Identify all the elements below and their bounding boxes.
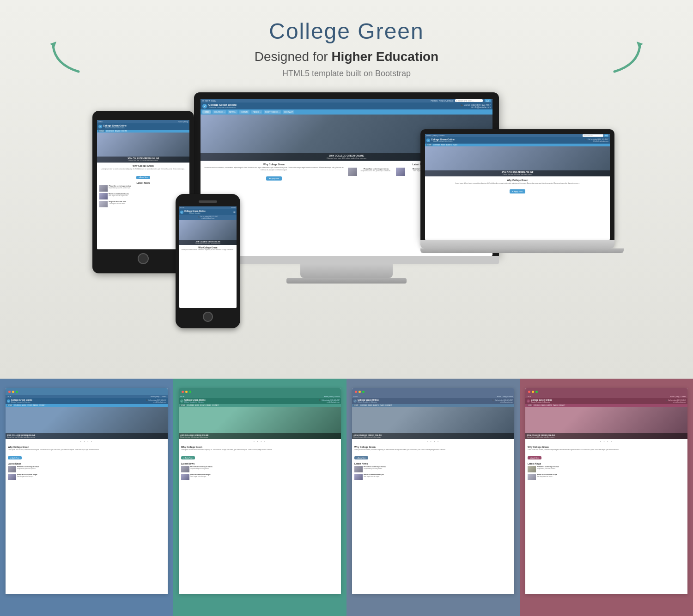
browser-bar-blue: [6, 388, 168, 395]
dot-red-teal: [182, 391, 184, 393]
dot-red-slate: [355, 391, 357, 393]
site-top-bar: ✉ f in ✈ RSS Home | Help | Contact Searc…: [201, 99, 492, 103]
browser-bar-rose: [525, 388, 687, 395]
page-subtitle: Designed for Higher Education: [0, 49, 693, 64]
dot-green-slate: [362, 391, 365, 393]
color-panel-slate: f in ✈ Home | Help | Contact ✓ College G…: [346, 379, 520, 616]
laptop-base: [420, 248, 624, 253]
dot-red-blue: [8, 391, 11, 393]
browser-bar-teal: [179, 388, 341, 395]
panel-site-teal: f in ✈ Home | Help | Contact ✓ College G…: [179, 395, 341, 594]
tablet-home-btn: [138, 253, 149, 264]
laptop-screen: Home | Help | Contact Search the site...…: [425, 134, 610, 240]
arrow-right-icon: [605, 37, 647, 79]
color-panel-blue: f in ✈ Home | Help | Contact ✓ College G…: [0, 379, 173, 616]
color-panel-rose: f in ✈ Home | Help | Contact ✓ College G…: [520, 379, 693, 616]
panel-site-blue: f in ✈ Home | Help | Contact ✓ College G…: [6, 395, 168, 594]
dot-green-blue: [16, 391, 18, 393]
dot-red-rose: [528, 391, 530, 393]
color-panel-teal: f in ✈ Home | Help | Contact ✓ College G…: [173, 379, 346, 616]
panel-site-rose: f in ✈ Home | Help | Contact ✓ College G…: [525, 395, 687, 594]
dot-yellow-slate: [359, 391, 361, 393]
browser-teal: f in ✈ Home | Help | Contact ✓ College G…: [179, 388, 341, 594]
laptop-device: Home | Help | Contact Search the site...…: [420, 129, 614, 253]
apply-now-button[interactable]: ● Apply Now: [528, 456, 541, 459]
panel-site-slate: f in ✈ Home | Help | Contact ✓ College G…: [352, 395, 514, 594]
laptop-screen-wrapper: Home | Help | Contact Search the site...…: [420, 129, 614, 240]
phone-home-btn: [203, 312, 213, 322]
phone-device: ✉ f in Home ✓ College Green Online Websi…: [176, 194, 240, 328]
page-title: College Green: [0, 18, 693, 44]
dot-yellow-rose: [532, 391, 534, 393]
dot-yellow-blue: [12, 391, 14, 393]
dot-green-teal: [189, 391, 191, 393]
site-nav: ✓ College Green Online Website Template …: [201, 103, 492, 109]
color-panels-section: f in ✈ Home | Help | Contact ✓ College G…: [0, 379, 693, 616]
browser-blue: f in ✈ Home | Help | Contact ✓ College G…: [6, 388, 168, 594]
monitor-foot: [286, 278, 407, 284]
laptop-body: [420, 240, 614, 248]
page-tagline: HTML5 template built on Bootstrap: [0, 69, 693, 79]
browser-rose: f in ✈ Home | Help | Contact ✓ College G…: [525, 388, 687, 594]
browser-slate: f in ✈ Home | Help | Contact ✓ College G…: [352, 388, 514, 594]
site-menu: HOME COURSES ▾ NEWS ▾ EVENTS PAGES ▾ SHO…: [201, 109, 492, 115]
phone-body: ✉ f in Home ✓ College Green Online Websi…: [176, 194, 240, 328]
phone-speaker: [199, 200, 217, 203]
top-section: College Green Designed for Higher Educat…: [0, 0, 693, 379]
dot-yellow-teal: [185, 391, 188, 393]
arrow-left-icon: [46, 37, 88, 79]
browser-bar-slate: [352, 388, 514, 395]
dot-green-rose: [535, 391, 538, 393]
phone-screen: ✉ f in Home ✓ College Green Online Websi…: [179, 206, 237, 308]
devices-container: ✉ f in ✈ RSS Home | Help | Contact Searc…: [92, 92, 601, 351]
monitor-base: [300, 264, 393, 278]
